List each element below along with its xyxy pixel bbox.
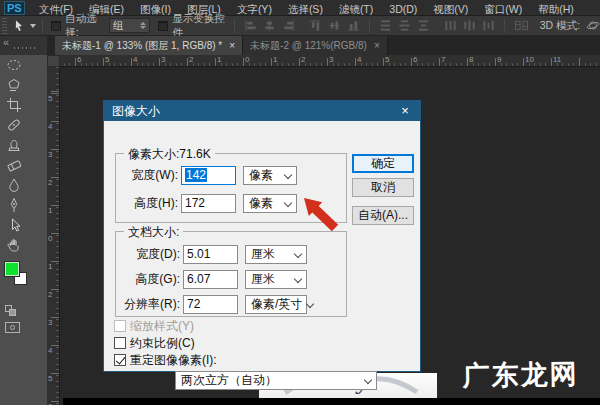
ruler-number: 6 [77, 56, 81, 64]
separator [504, 19, 505, 33]
menu-item-5[interactable]: 选择(S) [280, 3, 331, 15]
distribute-right-edges-icon[interactable] [482, 19, 495, 32]
ruler-number: 4 [48, 123, 52, 131]
blur-tool[interactable] [0, 175, 47, 195]
collapse-panel-icon[interactable]: « [3, 36, 9, 48]
dialog-body: 像素大小:71.6K 宽度(W): 142 像素 高度(H): 172 像素 文… [104, 121, 420, 372]
document-tab-untitled-2[interactable]: 未标题-2 @ 121%(RGB/8) × [243, 36, 388, 55]
height-label: 高度(H): [116, 195, 178, 212]
bottom-black-strip [63, 398, 600, 405]
polygonal-lasso-tool[interactable] [0, 75, 47, 95]
document-tabs-bar: 未标题-1 @ 133% (图层 1, RGB/8) * × 未标题-2 @ 1… [47, 36, 600, 55]
tools-dock-header: « [0, 36, 47, 55]
crop-tool[interactable] [0, 95, 47, 115]
chevron-down-icon [30, 24, 36, 28]
chevron-down-icon [284, 200, 292, 208]
menu-item-8[interactable]: 视图(V) [425, 3, 476, 15]
dialog-title: 图像大小 [112, 101, 160, 121]
align-bottom-edges-icon[interactable] [347, 19, 360, 32]
checkbox-label: 约束比例(C) [130, 335, 195, 352]
ruler-number: 3 [48, 319, 52, 327]
tab-title: 未标题-1 @ 133% (图层 1, RGB/8) * [62, 39, 222, 53]
ruler-number: 2 [189, 56, 193, 64]
align-horizontal-centers-icon[interactable] [263, 19, 276, 32]
align-vertical-centers-icon[interactable] [328, 19, 341, 32]
hand-tool[interactable] [0, 235, 47, 255]
unit-value: 厘米 [251, 246, 275, 263]
ruler-number: 3 [161, 56, 165, 64]
resample-method-select[interactable]: 两次立方（自动） [175, 371, 377, 390]
align-top-edges-icon[interactable] [309, 19, 322, 32]
move-tool-preset[interactable] [13, 19, 36, 33]
menu-item-7[interactable]: 3D(D) [381, 3, 425, 15]
resolution-unit-select[interactable]: 像素/英寸 [245, 295, 307, 314]
elliptical-marquee-tool[interactable] [0, 55, 47, 75]
menu-item-9[interactable]: 窗口(W) [476, 3, 530, 15]
align-right-edges-icon[interactable] [282, 19, 295, 32]
distribute-bottom-edges-icon[interactable] [417, 19, 430, 32]
clone-stamp-tool[interactable] [0, 135, 47, 155]
watermark-text: 广东龙网 [448, 356, 594, 395]
ruler-number: 0 [48, 235, 52, 243]
quick-mask-icon[interactable] [5, 322, 20, 333]
menu-item-6[interactable]: 滤镜(T) [331, 3, 381, 15]
ruler-number: 1 [48, 263, 52, 271]
auto-select-value: 组 [113, 19, 124, 33]
doc-width-input[interactable]: 5.01 [183, 245, 238, 264]
auto-select-checkbox[interactable] [51, 21, 61, 31]
distribute-horizontal-centers-icon[interactable] [463, 19, 476, 32]
pixel-size-legend: 像素大小:71.6K [124, 146, 215, 163]
distribute-left-edges-icon[interactable] [444, 19, 457, 32]
vertical-ruler[interactable]: 543210123456 [47, 67, 60, 405]
cancel-button[interactable]: 取消 [352, 178, 414, 197]
auto-select-dropdown[interactable]: 组 [109, 18, 150, 33]
pixel-height-input[interactable]: 172 [181, 194, 236, 213]
tab-title: 未标题-2 @ 121%(RGB/8) [250, 39, 367, 53]
healing-brush-tool[interactable] [0, 115, 47, 135]
3d-orbit-icon[interactable] [586, 18, 600, 33]
dialog-titlebar[interactable]: 图像大小 × [104, 101, 420, 121]
ruler-number: 3 [329, 56, 333, 64]
constrain-proportions-checkbox[interactable]: 约束比例(C) [114, 336, 195, 350]
eraser-tool[interactable] [0, 155, 47, 175]
doc-height-input[interactable]: 6.07 [183, 270, 238, 289]
ruler-number: 9 [497, 56, 501, 64]
resample-image-checkbox[interactable]: 重定图像像素(I): [114, 353, 217, 367]
pixel-height-unit-select[interactable]: 像素 [243, 194, 297, 213]
distribute-top-edges-icon[interactable] [379, 19, 392, 32]
doc-height-value: 6.07 [187, 272, 210, 286]
show-transform-checkbox[interactable] [158, 21, 168, 31]
ruler-number: 5 [385, 56, 389, 64]
ruler-number: 8 [469, 56, 473, 64]
ruler-number: 2 [301, 56, 305, 64]
doc-height-unit-select[interactable]: 厘米 [245, 270, 307, 289]
doc-width-unit-select[interactable]: 厘米 [245, 245, 307, 264]
resolution-input[interactable]: 72 [183, 295, 238, 314]
pixel-width-input[interactable]: 142 [181, 166, 236, 185]
color-swatches [0, 259, 47, 301]
ruler-number: 1 [217, 56, 221, 64]
unit-value: 像素 [249, 167, 273, 184]
distribute-vertical-centers-icon[interactable] [398, 19, 411, 32]
ruler-number: 7 [441, 56, 445, 64]
ruler-number: 4 [357, 56, 361, 64]
auto-button[interactable]: 自动(A)... [352, 206, 414, 225]
close-icon[interactable]: × [374, 40, 380, 51]
pixel-width-unit-select[interactable]: 像素 [243, 166, 297, 185]
ok-button[interactable]: 确定 [352, 154, 414, 173]
dock-grip-dots[interactable] [14, 47, 36, 49]
menu-item-10[interactable]: 帮助(H) [530, 3, 582, 15]
checkbox-label: 重定图像像素(I): [130, 352, 217, 369]
close-icon[interactable]: × [390, 101, 420, 121]
pen-tool[interactable] [0, 195, 47, 215]
close-icon[interactable]: × [229, 40, 235, 51]
scale-styles-checkbox[interactable]: 缩放样式(Y) [114, 319, 194, 333]
document-tab-untitled-1[interactable]: 未标题-1 @ 133% (图层 1, RGB/8) * × [55, 36, 243, 55]
align-left-edges-icon[interactable] [244, 19, 257, 32]
horizontal-ruler[interactable]: 65432101234567891011 [47, 55, 600, 67]
foreground-color-swatch[interactable] [4, 261, 20, 277]
auto-align-layers-icon[interactable] [514, 19, 529, 32]
default-colors-icon[interactable] [5, 305, 17, 316]
menu-item-4[interactable]: 文字(Y) [229, 3, 280, 15]
direct-selection-tool[interactable] [0, 215, 47, 235]
